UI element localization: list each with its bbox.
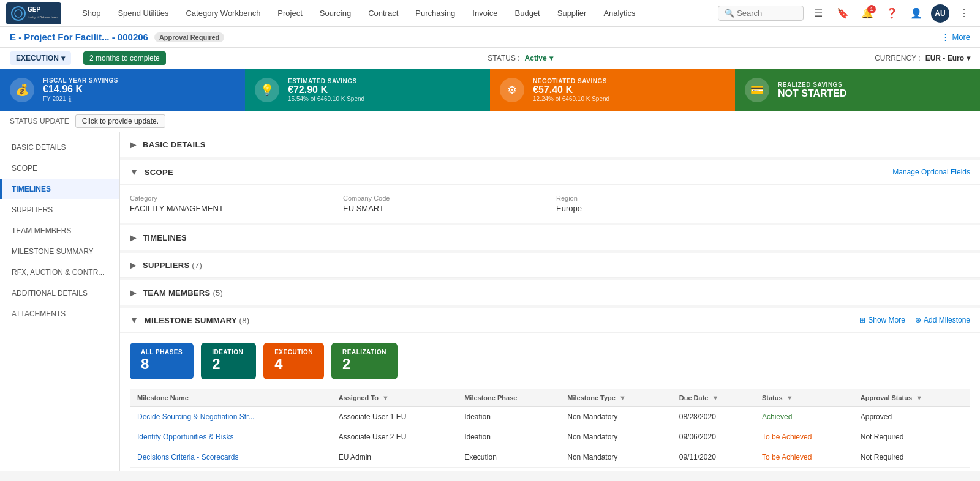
realized-amount: NOT STARTED xyxy=(778,88,847,99)
scope-fields-row: Category FACILITY MANAGEMENT Company Cod… xyxy=(130,195,970,213)
milestone-table-header-row: Milestone Name Assigned To ▼ Milestone P… xyxy=(130,389,970,407)
fiscal-info-icon[interactable]: ℹ xyxy=(69,95,72,103)
phase-card-execution[interactable]: EXECUTION 4 xyxy=(263,343,324,379)
nav-supplier[interactable]: Supplier xyxy=(549,0,595,27)
list-icon[interactable]: ☰ xyxy=(809,4,828,23)
milestone-summary-title: MILESTONE SUMMARY (8) xyxy=(145,316,249,325)
approval-status-filter-icon[interactable]: ▼ xyxy=(916,394,922,401)
help-icon[interactable]: ❓ xyxy=(882,4,902,23)
suppliers-title-text: SUPPLIERS xyxy=(143,261,189,270)
row2-assigned-to: Associate User 2 EU xyxy=(331,427,458,447)
sidebar-item-rfx[interactable]: RFX, AUCTION & CONTR... xyxy=(0,262,119,283)
milestone-summary-count: (8) xyxy=(239,316,250,325)
sidebar-item-timelines[interactable]: TIMELINES xyxy=(0,179,119,199)
nav-shop[interactable]: Shop xyxy=(74,0,109,27)
currency-value[interactable]: EUR - Euro ▾ xyxy=(925,54,970,62)
timelines-title: TIMELINES xyxy=(143,233,187,242)
col-approval-status: Approval Status ▼ xyxy=(853,389,970,407)
nav-category-workbench[interactable]: Category Workbench xyxy=(177,0,269,27)
avatar[interactable]: AU xyxy=(931,4,949,23)
nav-invoice[interactable]: Invoice xyxy=(464,0,506,27)
sidebar-item-suppliers[interactable]: SUPPLIERS xyxy=(0,199,119,220)
realized-icon: 💳 xyxy=(745,78,769,102)
nav-contract[interactable]: Contract xyxy=(360,0,407,27)
timelines-header[interactable]: ▶ TIMELINES xyxy=(120,225,980,250)
sidebar-item-attachments[interactable]: ATTACHMENTS xyxy=(0,304,119,324)
sidebar-item-basic-details[interactable]: BASIC DETAILS xyxy=(0,137,119,158)
realized-savings-card: 💳 REALIZED SAVINGS NOT STARTED xyxy=(735,69,980,111)
search-box[interactable]: 🔍 xyxy=(718,6,804,21)
project-title-row: E - Project For Facilit... - 000206 Appr… xyxy=(10,32,224,42)
team-members-header[interactable]: ▶ TEAM MEMBERS (5) xyxy=(120,280,980,305)
phase-card-ideation[interactable]: IDEATION 2 xyxy=(201,343,256,379)
row4-assigned-to: Category Manager xyxy=(331,467,458,471)
row2-name-link[interactable]: Identify Opportunities & Risks xyxy=(137,433,233,441)
status-value[interactable]: Active ▾ xyxy=(525,54,553,62)
settings-icon[interactable]: ⋮ xyxy=(954,4,974,23)
show-more-icon: ⊞ xyxy=(859,316,865,324)
more-button[interactable]: ⋮ More xyxy=(941,32,970,42)
user-icon[interactable]: 👤 xyxy=(907,4,926,23)
nav-spend-utilities[interactable]: Spend Utilities xyxy=(109,0,177,27)
realized-content: REALIZED SAVINGS NOT STARTED xyxy=(778,81,847,99)
nav-purchasing[interactable]: Purchasing xyxy=(407,0,464,27)
row3-name-link[interactable]: Decisions Criteria - Scorecards xyxy=(137,453,238,461)
team-members-section: ▶ TEAM MEMBERS (5) xyxy=(120,280,980,305)
row2-due-date: 09/06/2020 xyxy=(672,427,755,447)
left-sidebar: BASIC DETAILS SCOPE TIMELINES SUPPLIERS … xyxy=(0,132,120,471)
add-milestone-button[interactable]: ⊕ Add Milestone xyxy=(915,316,970,324)
nav-budget[interactable]: Budget xyxy=(507,0,549,27)
milestone-type-filter-icon[interactable]: ▼ xyxy=(619,394,626,401)
svg-text:Insight Drives Innovation: Insight Drives Innovation xyxy=(28,15,58,19)
status-filter-icon[interactable]: ▼ xyxy=(786,394,793,401)
sidebar-item-milestone-summary[interactable]: MILESTONE SUMMARY xyxy=(0,241,119,262)
basic-details-header[interactable]: ▶ BASIC DETAILS xyxy=(120,132,980,157)
assigned-to-filter-icon[interactable]: ▼ xyxy=(382,394,389,401)
project-badge: Approval Required xyxy=(154,32,224,42)
phase-ideation-label: IDEATION xyxy=(212,349,245,356)
notification-icon[interactable]: 🔔 1 xyxy=(858,4,877,23)
suppliers-header[interactable]: ▶ SUPPLIERS (7) xyxy=(120,253,980,278)
phase-card-realization[interactable]: REALIZATION 2 xyxy=(331,343,398,379)
content-area: ▶ BASIC DETAILS ▼ SCOPE Manage Optional … xyxy=(120,132,980,471)
app-logo[interactable]: GEP Insight Drives Innovation xyxy=(6,2,61,24)
show-more-button[interactable]: ⊞ Show More xyxy=(859,316,905,324)
search-input[interactable] xyxy=(737,9,798,18)
bookmark-icon[interactable]: 🔖 xyxy=(833,4,853,23)
phase-card-all[interactable]: ALL PHASES 8 xyxy=(130,343,194,379)
fiscal-content: FISCAL YEAR SAVINGS €14.96 K FY 2021 ℹ xyxy=(43,77,118,103)
nav-project[interactable]: Project xyxy=(269,0,311,27)
phase-execution-count: 4 xyxy=(274,356,313,373)
negotiated-sub: 12.24% of €469.10 K Spend xyxy=(533,95,609,102)
estimated-content: ESTIMATED SAVINGS €72.90 K 15.54% of €46… xyxy=(288,78,364,102)
phase-dropdown-icon: ▾ xyxy=(61,54,65,62)
row1-name-link[interactable]: Decide Sourcing & Negotiation Str... xyxy=(137,412,254,421)
milestone-summary-toggle: ▼ xyxy=(130,315,138,325)
nav-analytics[interactable]: Analytics xyxy=(595,0,644,27)
nav-sourcing[interactable]: Sourcing xyxy=(311,0,360,27)
sidebar-item-additional-details[interactable]: ADDITIONAL DETAILS xyxy=(0,283,119,304)
basic-details-section: ▶ BASIC DETAILS xyxy=(120,132,980,157)
row2-status: To be Achieved xyxy=(755,427,853,447)
milestone-summary-section: ▼ MILESTONE SUMMARY (8) ⊞ Show More ⊕ Ad… xyxy=(120,308,980,471)
show-more-label: Show More xyxy=(868,316,905,324)
scope-header[interactable]: ▼ SCOPE Manage Optional Fields xyxy=(120,160,980,185)
sidebar-item-scope[interactable]: SCOPE xyxy=(0,158,119,179)
due-date-filter-icon[interactable]: ▼ xyxy=(712,394,719,401)
suppliers-section: ▶ SUPPLIERS (7) xyxy=(120,253,980,278)
sidebar-item-team-members[interactable]: TEAM MEMBERS xyxy=(0,220,119,241)
phase-all-label: ALL PHASES xyxy=(141,349,183,356)
project-title-text: E - Project For Facilit... - 000206 xyxy=(10,32,148,42)
col-due-date: Due Date ▼ xyxy=(672,389,755,407)
fiscal-label: FISCAL YEAR SAVINGS xyxy=(43,77,118,84)
company-code-label: Company Code xyxy=(343,195,544,202)
row3-status: To be Achieved xyxy=(755,447,853,467)
company-code-field: Company Code EU SMART xyxy=(343,195,544,213)
milestone-summary-header[interactable]: ▼ MILESTONE SUMMARY (8) ⊞ Show More ⊕ Ad… xyxy=(120,308,980,333)
milestone-content: ALL PHASES 8 IDEATION 2 EXECUTION 4 REAL… xyxy=(120,333,980,471)
phase-badge[interactable]: EXECUTION ▾ xyxy=(10,51,71,65)
scope-content: Category FACILITY MANAGEMENT Company Cod… xyxy=(120,185,980,223)
manage-optional-fields-link[interactable]: Manage Optional Fields xyxy=(892,168,970,176)
status-update-button[interactable]: Click to provide update. xyxy=(75,114,165,128)
row2-approval-status: Not Required xyxy=(853,427,970,447)
